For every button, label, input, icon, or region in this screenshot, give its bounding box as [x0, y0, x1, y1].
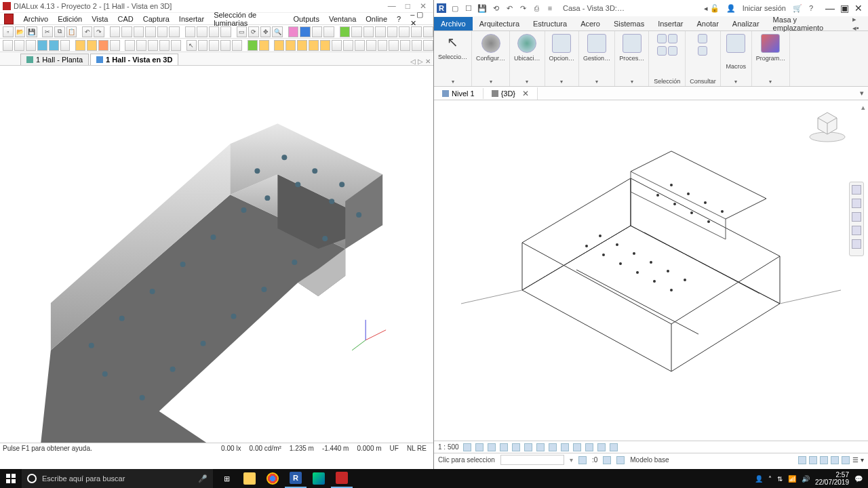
tool-cut-icon[interactable]: ✂ [42, 26, 53, 37]
qat-save-icon[interactable]: 💾 [477, 3, 487, 13]
tool-a-icon[interactable] [110, 26, 121, 37]
tray-people-icon[interactable]: 👤 [755, 475, 763, 483]
t2-c-icon[interactable] [26, 40, 36, 51]
t2-x-icon[interactable] [297, 40, 307, 51]
ribbon-tab-analizar[interactable]: Analizar [726, 17, 766, 30]
t2-k-icon[interactable] [125, 40, 135, 51]
qat-measure-icon[interactable]: ≡ [545, 3, 555, 13]
vb-render-icon[interactable] [512, 443, 520, 451]
t2-p-icon[interactable] [198, 40, 208, 51]
nav-zoom-icon[interactable] [852, 212, 861, 222]
t2-y-icon[interactable] [309, 40, 319, 51]
t2-j-icon[interactable] [110, 40, 120, 51]
tray-clock[interactable]: 2:57 22/07/2019 [815, 471, 849, 486]
viewtab-nivel1[interactable]: Nivel 1 [434, 88, 484, 99]
cart-icon[interactable]: 🛒 [793, 4, 802, 13]
group-configurar[interactable]: Configur… ▾ [472, 31, 510, 86]
t2-ai-icon[interactable] [423, 40, 433, 51]
viewcube[interactable] [807, 108, 848, 142]
start-button[interactable] [0, 469, 22, 488]
t2-ac-icon[interactable] [355, 40, 365, 51]
nav-pan-icon[interactable] [852, 199, 861, 208]
t2-m-icon[interactable] [148, 40, 158, 51]
qat-sync-icon[interactable]: ⟲ [491, 3, 500, 13]
vb-b-icon[interactable] [597, 443, 606, 451]
status-sel-c[interactable] [820, 456, 828, 464]
tool-move-icon[interactable]: ✥ [260, 26, 271, 37]
tool-undo-icon[interactable]: ↶ [82, 26, 93, 37]
tool-j-icon[interactable] [220, 26, 231, 37]
t2-a-icon[interactable] [3, 40, 13, 51]
ribbon-tab-insertar[interactable]: Insertar [651, 17, 690, 30]
tray-wifi-icon[interactable]: 📶 [788, 475, 796, 483]
tab-3d[interactable]: 1 Hall - Vista en 3D [90, 54, 178, 65]
t2-r-icon[interactable] [220, 40, 231, 51]
vb-hide-icon[interactable] [561, 443, 569, 451]
tool-n-icon[interactable] [363, 26, 374, 37]
viewtab-dropdown[interactable]: ▾ [860, 89, 868, 98]
tool-m-icon[interactable] [351, 26, 362, 37]
t2-l-icon[interactable] [136, 40, 146, 51]
tool-s-icon[interactable] [423, 26, 434, 37]
t2-q-icon[interactable] [209, 40, 219, 51]
navigation-bar[interactable] [849, 182, 864, 256]
panel-seleccion[interactable]: Selección [649, 31, 686, 86]
status-model[interactable]: Modelo base [630, 456, 669, 464]
group-gestionar[interactable]: Gestion… ▾ [579, 31, 615, 86]
group-opciones[interactable]: Opcion… ▾ [545, 31, 580, 86]
t2-ad-icon[interactable] [366, 40, 376, 51]
nav-look-icon[interactable] [852, 239, 861, 249]
menu-outputs[interactable]: Outputs [293, 15, 319, 23]
ribbon-more-icon[interactable]: ▸ ◂▪ [848, 15, 868, 33]
tool-o-icon[interactable] [375, 26, 386, 37]
tool-copy-icon[interactable]: ⧉ [54, 26, 65, 37]
revit-app-icon[interactable]: R [437, 3, 446, 13]
t2-ag-icon[interactable] [400, 40, 410, 51]
menu-insertar[interactable]: Insertar [179, 15, 204, 23]
viewtab-close-icon[interactable]: ✕ [522, 89, 529, 98]
tool-select-icon[interactable]: ▭ [237, 26, 248, 37]
ribbon-tab-acero[interactable]: Acero [574, 17, 607, 30]
menu-captura[interactable]: Captura [143, 15, 170, 23]
tool-i-icon[interactable] [209, 26, 220, 37]
menu-window-controls[interactable]: – ▢ ✕ [410, 10, 433, 28]
qat-redo-icon[interactable]: ↷ [518, 3, 528, 13]
taskview-button[interactable]: ⊞ [216, 469, 237, 488]
t2-v-icon[interactable] [274, 40, 284, 51]
tray-up-icon[interactable]: ˄ [768, 475, 772, 483]
menu-online[interactable]: Online [366, 15, 387, 23]
menu-edicion[interactable]: Edición [58, 15, 82, 23]
help-icon[interactable]: ? [809, 4, 813, 12]
viewtab-3d[interactable]: {3D} ✕ [484, 87, 538, 100]
menu-seleccion-luminarias[interactable]: Selección de luminarias [214, 11, 283, 27]
tool-h-icon[interactable] [197, 26, 208, 37]
tool-d-icon[interactable] [145, 26, 156, 37]
signin-label[interactable]: Iniciar sesión [743, 4, 786, 12]
revit-3d-viewport[interactable]: ▴ [434, 100, 868, 441]
tray-notifications-icon[interactable]: 💬 [854, 475, 863, 483]
vb-reveal-icon[interactable] [573, 443, 581, 451]
t2-ae-icon[interactable] [378, 40, 388, 51]
t2-o-icon[interactable] [171, 40, 181, 51]
tool-green-icon[interactable] [340, 26, 351, 37]
maximize-button[interactable]: □ [406, 1, 410, 11]
ribbon-tab-sistemas[interactable]: Sistemas [607, 17, 651, 30]
t2-d-icon[interactable] [37, 40, 47, 51]
group-program[interactable]: Program… ▾ [752, 31, 791, 86]
app-chrome[interactable] [262, 469, 283, 488]
t2-ah-icon[interactable] [412, 40, 422, 51]
app-dialux[interactable] [331, 469, 353, 488]
qat-open2-icon[interactable]: ☐ [464, 3, 473, 13]
ribbon-tab-anotar[interactable]: Anotar [690, 17, 725, 30]
vb-c-icon[interactable] [610, 443, 618, 451]
tool-render-icon[interactable] [300, 26, 311, 37]
status-icon-c[interactable] [616, 456, 625, 464]
status-sel-b[interactable] [809, 456, 817, 464]
t2-h-icon[interactable] [87, 40, 97, 51]
t2-w-icon[interactable] [285, 40, 296, 51]
t2-n-icon[interactable] [159, 40, 170, 51]
tool-q-icon[interactable] [399, 26, 410, 37]
menu-cad[interactable]: CAD [117, 15, 133, 23]
status-sel-d[interactable] [831, 456, 839, 464]
tool-e-icon[interactable] [157, 26, 168, 37]
